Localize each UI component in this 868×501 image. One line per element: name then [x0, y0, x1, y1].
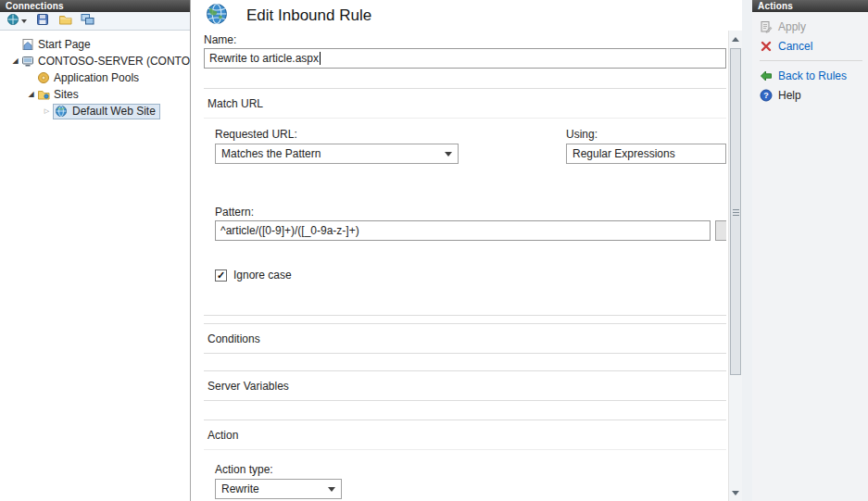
new-connection-icon [6, 13, 19, 29]
text-caret [320, 52, 321, 65]
scroll-down-arrow-icon [732, 491, 739, 499]
vertical-scrollbar[interactable] [728, 31, 742, 501]
connect-folder-icon [58, 13, 72, 29]
using-value: Regular Expressions [572, 147, 675, 160]
requested-url-value: Matches the Pattern [221, 147, 321, 160]
tree-item-label: Application Pools [54, 71, 139, 84]
tree-item-start-page[interactable]: Start Page [0, 36, 190, 53]
connections-panel-title: Connections [0, 0, 190, 12]
connections-tree: Start Page ◢ CONTOSO-SERVER (CONTOS Appl… [0, 31, 190, 119]
back-to-rules-label: Back to Rules [778, 69, 847, 82]
tree-item-sites[interactable]: ◢ Sites [0, 86, 190, 103]
start-page-icon [21, 38, 35, 51]
action-type-value: Rewrite [221, 482, 259, 495]
requested-url-select[interactable]: Matches the Pattern [215, 144, 459, 164]
rule-form: Name: Rewrite to article.aspx Match URL … [191, 31, 728, 501]
application-pools-icon [37, 71, 51, 84]
cancel-label: Cancel [778, 40, 812, 53]
tree-item-server[interactable]: ◢ CONTOSO-SERVER (CONTOS [0, 53, 190, 69]
page-title: Edit Inbound Rule [246, 6, 371, 25]
connect-site-icon [81, 13, 94, 29]
section-match-url: Match URL Requested URL: Matches the Pat… [204, 88, 726, 316]
section-action: Action Action type: Rewrite [204, 420, 726, 501]
section-conditions: Conditions [204, 323, 726, 354]
connect-site-button[interactable] [77, 13, 97, 30]
feature-pane: Edit Inbound Rule Name: Rewrite to artic… [191, 0, 742, 501]
tree-expander-icon: ◢ [25, 86, 37, 103]
help-button[interactable]: ? Help [760, 86, 864, 105]
scroll-down-button[interactable] [729, 485, 742, 501]
scrollbar-grip-icon [733, 212, 739, 213]
back-arrow-icon [760, 69, 773, 82]
scroll-up-button[interactable] [729, 31, 742, 46]
cancel-x-icon [760, 40, 773, 53]
iis-manager-window: Connections [0, 0, 868, 501]
save-connections-icon [36, 13, 49, 29]
tree-item-label: Start Page [38, 38, 91, 51]
actions-panel: Actions Apply Cancel Back to Rules [752, 0, 868, 501]
sites-folder-icon [37, 88, 51, 101]
section-conditions-title[interactable]: Conditions [204, 324, 726, 353]
name-label: Name: [204, 33, 726, 46]
tree-expander-icon: ◢ [9, 53, 21, 69]
apply-label: Apply [778, 20, 806, 33]
section-match-url-title[interactable]: Match URL [204, 89, 726, 119]
tree-item-label: Default Web Site [72, 105, 156, 118]
chevron-down-icon [21, 19, 27, 26]
tree-expander-icon: ▷ [41, 103, 53, 119]
section-action-title[interactable]: Action [204, 420, 726, 450]
rule-name-value: Rewrite to article.aspx [209, 52, 319, 65]
action-type-select[interactable]: Rewrite [215, 479, 342, 499]
chevron-down-icon [328, 487, 335, 495]
ignore-case-label: Ignore case [233, 269, 292, 282]
ignore-case-checkbox[interactable]: ✓ [215, 269, 227, 282]
help-icon: ? [760, 89, 773, 102]
tree-item-default-web-site[interactable]: ▷ Default Web Site [0, 103, 190, 119]
actions-panel-title: Actions [752, 0, 868, 12]
section-server-variables-title[interactable]: Server Variables [204, 371, 726, 400]
connections-panel: Connections [0, 0, 191, 501]
server-icon [21, 55, 35, 68]
using-select[interactable]: Regular Expressions [566, 144, 726, 164]
chevron-down-icon [445, 152, 452, 160]
connections-toolbar [0, 12, 190, 31]
page-header: Edit Inbound Rule [191, 0, 742, 31]
tree-item-label: CONTOSO-SERVER (CONTOS [38, 55, 190, 68]
apply-icon [760, 20, 773, 33]
help-label: Help [778, 89, 801, 102]
globe-icon [205, 2, 229, 29]
tree-item-label: Sites [54, 88, 79, 101]
website-globe-icon [55, 105, 69, 118]
svg-text:?: ? [763, 91, 769, 100]
pattern-value: ^article/([0-9]+)/([_0-9a-z-]+) [220, 224, 359, 237]
rule-name-input[interactable]: Rewrite to article.aspx [204, 48, 726, 69]
pattern-input[interactable]: ^article/([0-9]+)/([_0-9a-z-]+) [215, 220, 711, 241]
cancel-button[interactable]: Cancel [760, 37, 864, 56]
connect-folder-button[interactable] [55, 13, 75, 30]
action-type-label: Action type: [215, 463, 726, 476]
save-connections-button[interactable] [32, 13, 53, 30]
test-pattern-button-partial[interactable] [715, 220, 726, 241]
pattern-label: Pattern: [215, 206, 726, 219]
actions-separator [760, 60, 862, 61]
scroll-up-arrow-icon [732, 33, 739, 42]
requested-url-label: Requested URL: [215, 128, 459, 141]
apply-button[interactable]: Apply [760, 18, 864, 36]
tree-item-application-pools[interactable]: Application Pools [0, 69, 190, 86]
new-connection-button[interactable] [3, 13, 31, 30]
section-server-variables: Server Variables [204, 370, 726, 401]
selected-tree-item-highlight: Default Web Site [53, 104, 160, 119]
using-label: Using: [566, 128, 726, 141]
scrollbar-thumb[interactable] [730, 48, 741, 375]
back-to-rules-button[interactable]: Back to Rules [760, 67, 864, 85]
checkmark-icon: ✓ [217, 269, 225, 281]
